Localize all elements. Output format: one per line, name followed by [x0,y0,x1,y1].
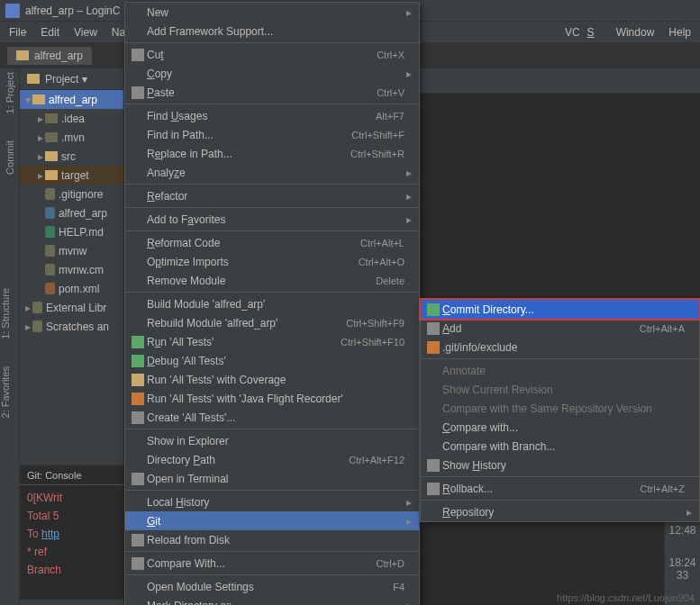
project-root-tab[interactable]: alfred_arp [7,47,92,65]
tree-label: pom.xml [59,283,99,295]
tree-node-target[interactable]: ▸target [20,166,123,185]
ctx-main-item-find-usages[interactable]: Find UsagesAlt+F7 [125,106,419,125]
left-tool-strip-lower: 1: Structure 2: Favorites [0,288,20,445]
menu-label: Optimize Imports [147,256,359,268]
ctx-git-item-add[interactable]: AddCtrl+Alt+A [421,319,699,338]
tool-commit[interactable]: Commit [5,140,15,175]
tree-node-alfred_arp[interactable]: alfred_arp [20,203,123,222]
tree-node-External-Libr[interactable]: ▸External Libr [20,298,123,317]
ctx-git-item-rollback-[interactable]: Rollback...Ctrl+Alt+Z [421,479,699,498]
tree-node-Scratches-an[interactable]: ▸Scratches an [20,317,123,336]
commit-icon [427,303,440,316]
menu-label: Cut [147,49,377,61]
context-menu-git[interactable]: Commit Directory...AddCtrl+Alt+A.git/inf… [420,299,700,522]
separator [125,184,419,185]
ctx-main-item-mark-directory-as[interactable]: Mark Directory as▸ [125,596,419,605]
context-menu-main[interactable]: New▸Add Framework Support...CutCtrl+XCop… [124,2,420,605]
ctx-git-item--git-info-exclude[interactable]: .git/info/exclude [421,338,699,357]
tool-favorites[interactable]: 2: Favorites [0,366,11,418]
tree-label: mvnw.cm [59,264,104,276]
ctx-main-item-run-all-tests-[interactable]: Run 'All Tests'Ctrl+Shift+F10 [125,332,419,351]
diff-icon [132,557,144,570]
menu-label: Debug 'All Tests' [147,355,405,367]
ctx-main-item-create-all-tests-[interactable]: Create 'All Tests'... [125,408,419,427]
menu-label: Repository [442,506,685,519]
ctx-main-item-open-in-terminal[interactable]: Open in Terminal [125,469,419,488]
dir-icon [32,95,45,104]
ctx-main-item-run-all-tests-with-coverage[interactable]: Run 'All Tests' with Coverage [125,370,419,389]
ctx-main-item-reformat-code[interactable]: Reformat CodeCtrl+Alt+L [125,233,419,252]
project-tool-header[interactable]: Project ▾ [20,68,123,90]
chevron-icon[interactable]: ▸ [36,150,45,163]
tree-node-mvnw[interactable]: mvnw [20,241,123,260]
menu-view[interactable]: View [67,24,105,41]
submenu-arrow-icon: ▸ [405,213,412,226]
ctx-git-item-show-history[interactable]: Show History [421,456,699,474]
menu-window[interactable]: Window [609,24,662,41]
separator [125,429,419,429]
chevron-icon[interactable]: ▸ [23,302,32,314]
submenu-arrow-icon: ▸ [405,190,412,203]
ctx-main-item-show-in-explorer[interactable]: Show in Explorer [125,431,419,450]
shortcut: Alt+F7 [376,111,405,122]
separator [125,230,419,231]
ctx-main-item-find-in-path-[interactable]: Find in Path...Ctrl+Shift+F [125,125,419,144]
menu-help[interactable]: Help [661,24,698,41]
chevron-icon[interactable]: ▸ [36,169,45,182]
tree-node-src[interactable]: ▸src [20,147,123,166]
menu-label: Add Framework Support... [147,25,405,38]
tool-project[interactable]: 1: Project [5,72,15,113]
ctx-main-item-optimize-imports[interactable]: Optimize ImportsCtrl+Alt+O [125,252,419,271]
separator [125,551,419,552]
folder-icon [27,74,40,84]
tree-node-HELP-md[interactable]: HELP.md [20,222,123,241]
ctx-main-item-remove-module[interactable]: Remove ModuleDelete [125,271,419,290]
ctx-main-item-git[interactable]: Git▸ [125,511,419,530]
ctx-main-item-directory-path[interactable]: Directory PathCtrl+Alt+F12 [125,450,419,469]
ctx-main-item-reload-from-disk[interactable]: Reload from Disk [125,530,419,549]
tree-label: Scratches an [46,321,109,333]
menu-file[interactable]: File [2,24,33,41]
ctx-main-item-rebuild-module-alfred-arp-[interactable]: Rebuild Module 'alfred_arp'Ctrl+Shift+F9 [125,313,419,332]
tree-node-pom-xml[interactable]: pom.xml [20,279,123,298]
ctx-main-item-paste[interactable]: PasteCtrl+V [125,83,419,102]
ctx-main-item-local-history[interactable]: Local History▸ [125,492,419,511]
ctx-git-item-repository[interactable]: Repository▸ [421,502,699,521]
ctx-main-item-add-to-favorites[interactable]: Add to Favorites▸ [125,210,419,229]
file-icon [45,245,55,257]
tree-label: .idea [61,113,85,125]
ctx-main-item-open-module-settings[interactable]: Open Module SettingsF4 [125,577,419,596]
ctx-main-item-cut[interactable]: CutCtrl+X [125,45,419,64]
ctx-main-item-analyze[interactable]: Analyze▸ [125,163,419,182]
ctx-main-item-copy[interactable]: Copy▸ [125,64,419,83]
tree-label: External Libr [46,302,106,314]
chevron-icon[interactable]: ▸ [36,113,45,125]
menu-label: Replace in Path... [147,148,350,160]
ctx-main-item-add-framework-support-[interactable]: Add Framework Support... [125,22,419,41]
tree-node--idea[interactable]: ▸.idea [20,109,123,128]
shortcut: Ctrl+Alt+L [360,238,405,248]
ctx-git-item-compare-with-[interactable]: Compare with... [421,418,699,437]
ctx-main-item-run-all-tests-with-java-flight-recorder-[interactable]: Run 'All Tests' with 'Java Flight Record… [125,389,419,408]
menu-edit[interactable]: Edit [33,24,67,41]
submenu-arrow-icon: ▸ [405,515,412,528]
ctx-main-item-build-module-alfred-arp-[interactable]: Build Module 'alfred_arp' [125,294,419,313]
ctx-main-item-refactor[interactable]: Refactor▸ [125,186,419,205]
ctx-main-item-debug-all-tests-[interactable]: Debug 'All Tests' [125,351,419,370]
menu-vcs[interactable]: VCS [558,24,609,41]
tree-node--gitignore[interactable]: .gitignore [20,185,123,203]
ctx-git-item-commit-directory-[interactable]: Commit Directory... [421,300,699,319]
tree-node-alfred_arp[interactable]: ▾alfred_arp [20,90,123,109]
ctx-git-item-compare-with-branch-[interactable]: Compare with Branch... [421,437,699,456]
ctx-main-item-replace-in-path-[interactable]: Replace in Path...Ctrl+Shift+R [125,144,419,163]
ctx-main-item-compare-with-[interactable]: Compare With...Ctrl+D [125,554,419,573]
menu-label: Build Module 'alfred_arp' [147,298,405,311]
tool-structure[interactable]: 1: Structure [0,288,11,339]
menu-label: Compare With... [147,557,377,570]
chevron-icon[interactable]: ▸ [36,131,45,144]
chevron-icon[interactable]: ▸ [23,321,32,333]
tree-node-mvnw-cm[interactable]: mvnw.cm [20,260,123,279]
chevron-icon[interactable]: ▾ [23,94,32,106]
tree-node--mvn[interactable]: ▸.mvn [20,128,123,147]
ctx-main-item-new[interactable]: New▸ [125,3,419,22]
